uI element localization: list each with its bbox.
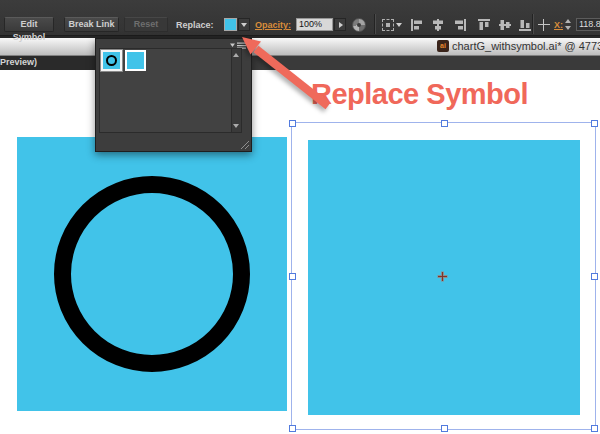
toolbar-separator [374, 14, 376, 34]
symbol-swatch-circle[interactable] [101, 50, 122, 71]
stepper-icon[interactable] [564, 18, 573, 31]
selection-handle[interactable] [441, 120, 448, 127]
x-coordinate-label[interactable]: X: [554, 20, 563, 30]
selection-handle[interactable] [289, 273, 296, 280]
chevron-down-icon [396, 23, 402, 27]
black-ring-shape [54, 176, 250, 372]
ai-file-icon: ai [437, 40, 449, 52]
recolor-artwork-icon[interactable] [352, 18, 366, 32]
chevron-down-icon [241, 23, 247, 27]
selection-handle[interactable] [289, 425, 296, 432]
symbol-list [99, 48, 242, 133]
registration-point-icon [437, 271, 448, 282]
symbol-swatch-square[interactable] [125, 50, 146, 71]
selection-handle[interactable] [591, 120, 598, 127]
x-coordinate-input[interactable]: 118.8 [576, 18, 600, 31]
align-left-icon[interactable] [410, 18, 424, 32]
artboard-canvas [0, 70, 600, 434]
circle-symbol-icon [106, 55, 117, 66]
illustrator-window: Edit Symbol Break Link Reset Replace: Op… [0, 0, 600, 434]
align-top-icon[interactable] [477, 18, 491, 32]
toolbar-separator [532, 14, 534, 34]
selection-handle[interactable] [591, 425, 598, 432]
resize-grip-icon[interactable] [239, 139, 249, 149]
document-tab-label: (Preview) [0, 57, 37, 67]
align-bottom-icon[interactable] [518, 18, 532, 32]
align-center-horizontal-icon[interactable] [431, 18, 445, 32]
selection-handle[interactable] [441, 425, 448, 432]
document-title: chartG_withsymbol.ai* @ 4773.99 [452, 40, 600, 52]
symbol-instance-circle[interactable] [17, 137, 287, 411]
align-center-vertical-icon[interactable] [498, 18, 512, 32]
scroll-down-icon[interactable] [233, 124, 239, 128]
break-link-button[interactable]: Break Link [64, 17, 119, 32]
reset-button: Reset [124, 17, 168, 32]
selection-handle[interactable] [591, 273, 598, 280]
selection-handle[interactable] [289, 120, 296, 127]
align-right-icon[interactable] [453, 18, 467, 32]
annotation-text: Replace Symbol [311, 78, 528, 111]
reference-point-icon[interactable] [538, 19, 550, 31]
align-to-dropdown-button[interactable] [395, 19, 405, 31]
document-tab[interactable]: (Preview) [0, 56, 104, 70]
align-to-selection-icon[interactable] [382, 19, 394, 31]
annotation-arrow [228, 28, 340, 114]
replace-label: Replace: [176, 20, 214, 30]
edit-symbol-button[interactable]: Edit Symbol [4, 17, 54, 32]
